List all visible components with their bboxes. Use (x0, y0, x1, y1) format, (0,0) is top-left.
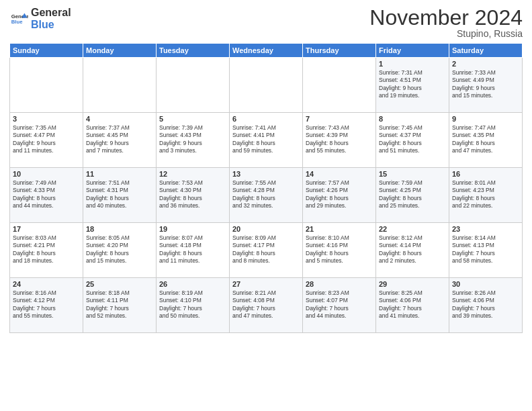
calendar-cell: 30Sunrise: 8:26 AM Sunset: 4:06 PM Dayli… (449, 278, 523, 333)
day-number: 16 (452, 170, 519, 178)
day-info: Sunrise: 7:49 AM Sunset: 4:33 PM Dayligh… (13, 179, 80, 210)
day-info: Sunrise: 7:55 AM Sunset: 4:28 PM Dayligh… (232, 179, 300, 210)
day-info: Sunrise: 8:10 AM Sunset: 4:16 PM Dayligh… (306, 234, 373, 265)
calendar-cell (10, 58, 83, 113)
logo-text: General Blue (31, 7, 71, 30)
day-info: Sunrise: 7:35 AM Sunset: 4:47 PM Dayligh… (13, 124, 80, 155)
calendar-cell: 21Sunrise: 8:10 AM Sunset: 4:16 PM Dayli… (303, 223, 376, 278)
day-number: 6 (232, 115, 300, 123)
calendar-cell: 24Sunrise: 8:16 AM Sunset: 4:12 PM Dayli… (10, 278, 83, 333)
day-info: Sunrise: 7:53 AM Sunset: 4:30 PM Dayligh… (159, 179, 226, 210)
day-number: 1 (379, 60, 446, 68)
day-number: 18 (86, 225, 153, 233)
day-header-sunday: Sunday (10, 44, 83, 58)
calendar-cell: 6Sunrise: 7:41 AM Sunset: 4:41 PM Daylig… (230, 113, 303, 168)
calendar-cell: 9Sunrise: 7:47 AM Sunset: 4:35 PM Daylig… (449, 113, 523, 168)
day-header-saturday: Saturday (449, 44, 523, 58)
calendar-cell: 10Sunrise: 7:49 AM Sunset: 4:33 PM Dayli… (10, 168, 83, 223)
calendar-cell (83, 58, 157, 113)
calendar-cell (230, 58, 303, 113)
day-info: Sunrise: 8:26 AM Sunset: 4:06 PM Dayligh… (452, 289, 519, 320)
calendar-cell: 2Sunrise: 7:33 AM Sunset: 4:49 PM Daylig… (449, 58, 523, 113)
day-number: 22 (379, 225, 446, 233)
calendar-cell: 13Sunrise: 7:55 AM Sunset: 4:28 PM Dayli… (230, 168, 303, 223)
calendar-cell: 12Sunrise: 7:53 AM Sunset: 4:30 PM Dayli… (157, 168, 230, 223)
calendar-cell (157, 58, 230, 113)
month-title: November 2024 (369, 7, 523, 28)
day-info: Sunrise: 8:03 AM Sunset: 4:21 PM Dayligh… (13, 234, 80, 265)
calendar-cell: 16Sunrise: 8:01 AM Sunset: 4:23 PM Dayli… (449, 168, 523, 223)
day-header-friday: Friday (376, 44, 449, 58)
calendar-cell: 29Sunrise: 8:25 AM Sunset: 4:06 PM Dayli… (376, 278, 449, 333)
day-info: Sunrise: 7:51 AM Sunset: 4:31 PM Dayligh… (86, 179, 153, 210)
day-info: Sunrise: 8:09 AM Sunset: 4:17 PM Dayligh… (232, 234, 300, 265)
day-info: Sunrise: 8:23 AM Sunset: 4:07 PM Dayligh… (306, 289, 373, 320)
day-info: Sunrise: 8:18 AM Sunset: 4:11 PM Dayligh… (86, 289, 153, 320)
day-number: 10 (13, 170, 80, 178)
day-header-wednesday: Wednesday (230, 44, 303, 58)
calendar-cell: 27Sunrise: 8:21 AM Sunset: 4:08 PM Dayli… (230, 278, 303, 333)
calendar-cell: 20Sunrise: 8:09 AM Sunset: 4:17 PM Dayli… (230, 223, 303, 278)
header: General Blue General Blue November 2024 … (9, 7, 523, 39)
calendar-cell: 17Sunrise: 8:03 AM Sunset: 4:21 PM Dayli… (10, 223, 83, 278)
day-info: Sunrise: 7:43 AM Sunset: 4:39 PM Dayligh… (306, 124, 373, 155)
day-info: Sunrise: 7:57 AM Sunset: 4:26 PM Dayligh… (306, 179, 373, 210)
calendar-cell: 15Sunrise: 7:59 AM Sunset: 4:25 PM Dayli… (376, 168, 449, 223)
day-number: 12 (159, 170, 226, 178)
day-number: 20 (232, 225, 300, 233)
day-number: 17 (13, 225, 80, 233)
day-number: 24 (13, 280, 80, 288)
calendar-cell: 28Sunrise: 8:23 AM Sunset: 4:07 PM Dayli… (303, 278, 376, 333)
calendar-cell: 18Sunrise: 8:05 AM Sunset: 4:20 PM Dayli… (83, 223, 157, 278)
day-number: 19 (159, 225, 226, 233)
day-number: 11 (86, 170, 153, 178)
header-row: SundayMondayTuesdayWednesdayThursdayFrid… (10, 44, 523, 58)
calendar-cell (303, 58, 376, 113)
week-row-4: 24Sunrise: 8:16 AM Sunset: 4:12 PM Dayli… (10, 278, 523, 333)
calendar-table: SundayMondayTuesdayWednesdayThursdayFrid… (9, 43, 523, 333)
calendar-cell: 1Sunrise: 7:31 AM Sunset: 4:51 PM Daylig… (376, 58, 449, 113)
day-info: Sunrise: 8:25 AM Sunset: 4:06 PM Dayligh… (379, 289, 446, 320)
day-number: 13 (232, 170, 300, 178)
day-number: 2 (452, 60, 519, 68)
day-info: Sunrise: 8:05 AM Sunset: 4:20 PM Dayligh… (86, 234, 153, 265)
calendar-cell: 4Sunrise: 7:37 AM Sunset: 4:45 PM Daylig… (83, 113, 157, 168)
day-info: Sunrise: 7:37 AM Sunset: 4:45 PM Dayligh… (86, 124, 153, 155)
calendar-cell: 5Sunrise: 7:39 AM Sunset: 4:43 PM Daylig… (157, 113, 230, 168)
day-number: 8 (379, 115, 446, 123)
day-number: 7 (306, 115, 373, 123)
location: Stupino, Russia (369, 28, 523, 39)
day-header-tuesday: Tuesday (157, 44, 230, 58)
day-info: Sunrise: 8:19 AM Sunset: 4:10 PM Dayligh… (159, 289, 226, 320)
week-row-2: 10Sunrise: 7:49 AM Sunset: 4:33 PM Dayli… (10, 168, 523, 223)
calendar-cell: 11Sunrise: 7:51 AM Sunset: 4:31 PM Dayli… (83, 168, 157, 223)
day-info: Sunrise: 7:59 AM Sunset: 4:25 PM Dayligh… (379, 179, 446, 210)
day-number: 28 (306, 280, 373, 288)
day-number: 29 (379, 280, 446, 288)
calendar-cell: 22Sunrise: 8:12 AM Sunset: 4:14 PM Dayli… (376, 223, 449, 278)
day-number: 9 (452, 115, 519, 123)
day-number: 30 (452, 280, 519, 288)
week-row-1: 3Sunrise: 7:35 AM Sunset: 4:47 PM Daylig… (10, 113, 523, 168)
day-number: 23 (452, 225, 519, 233)
day-info: Sunrise: 7:33 AM Sunset: 4:49 PM Dayligh… (452, 69, 519, 100)
day-header-monday: Monday (83, 44, 157, 58)
day-info: Sunrise: 7:47 AM Sunset: 4:35 PM Dayligh… (452, 124, 519, 155)
logo-icon: General Blue (9, 9, 28, 28)
day-number: 25 (86, 280, 153, 288)
day-number: 14 (306, 170, 373, 178)
day-info: Sunrise: 8:01 AM Sunset: 4:23 PM Dayligh… (452, 179, 519, 210)
week-row-3: 17Sunrise: 8:03 AM Sunset: 4:21 PM Dayli… (10, 223, 523, 278)
calendar-cell: 8Sunrise: 7:45 AM Sunset: 4:37 PM Daylig… (376, 113, 449, 168)
day-info: Sunrise: 7:39 AM Sunset: 4:43 PM Dayligh… (159, 124, 226, 155)
day-info: Sunrise: 8:12 AM Sunset: 4:14 PM Dayligh… (379, 234, 446, 265)
calendar-cell: 3Sunrise: 7:35 AM Sunset: 4:47 PM Daylig… (10, 113, 83, 168)
day-info: Sunrise: 7:31 AM Sunset: 4:51 PM Dayligh… (379, 69, 446, 100)
page: General Blue General Blue November 2024 … (0, 0, 532, 411)
day-number: 15 (379, 170, 446, 178)
day-number: 21 (306, 225, 373, 233)
day-number: 5 (159, 115, 226, 123)
calendar-cell: 23Sunrise: 8:14 AM Sunset: 4:13 PM Dayli… (449, 223, 523, 278)
day-info: Sunrise: 7:41 AM Sunset: 4:41 PM Dayligh… (232, 124, 300, 155)
svg-text:Blue: Blue (11, 19, 23, 25)
